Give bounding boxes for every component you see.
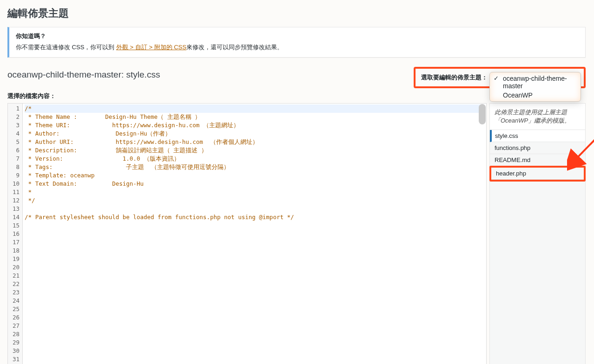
file-item[interactable]: README.md <box>490 154 585 166</box>
theme-select-label: 選取要編輯的佈景主題： <box>421 73 488 82</box>
theme-option[interactable]: OceanWP <box>490 91 581 100</box>
page-title: 編輯佈景主題 <box>7 6 586 20</box>
check-icon: ✓ <box>494 75 499 82</box>
editor-scrollbar[interactable] <box>479 104 486 124</box>
info-notice: 你知道嗎？ 你不需要在這邊修改 CSS，你可以到 外觀 > 自訂 > 附加的 C… <box>7 27 586 58</box>
theme-option[interactable]: ✓oceanwp-child-theme-master <box>490 74 581 91</box>
notice-body: 你不需要在這邊修改 CSS，你可以到 外觀 > 自訂 > 附加的 CSS來修改，… <box>16 43 580 52</box>
code-editor[interactable]: 1234567891011121314151617181920212223242… <box>7 103 487 364</box>
theme-select-highlight: 選取要編輯的佈景主題： ✓oceanwp-child-theme-masterO… <box>414 67 586 88</box>
notice-link[interactable]: 外觀 > 自訂 > 附加的 CSS <box>116 44 186 51</box>
file-list: style.cssfunctions.phpREADME.mdheader.ph… <box>490 130 585 182</box>
file-item[interactable]: header.php <box>491 168 584 180</box>
notice-title: 你知道嗎？ <box>16 32 580 40</box>
inherit-note: 此佈景主題使用從上層主題「OceanWP」繼承的模版。 <box>490 104 585 130</box>
file-item[interactable]: functions.php <box>490 142 585 154</box>
file-item-highlight: header.php <box>489 166 586 182</box>
code-content[interactable]: /* * Theme Name : Design-Hu Theme（ 主題名稱 … <box>23 104 486 364</box>
file-item[interactable]: style.css <box>490 130 585 142</box>
current-file-title: oceanwp-child-theme-master: style.css <box>7 70 160 80</box>
line-number-gutter: 1234567891011121314151617181920212223242… <box>8 104 23 364</box>
file-sidebar: 此佈景主題使用從上層主題「OceanWP」繼承的模版。 style.cssfun… <box>489 103 586 364</box>
